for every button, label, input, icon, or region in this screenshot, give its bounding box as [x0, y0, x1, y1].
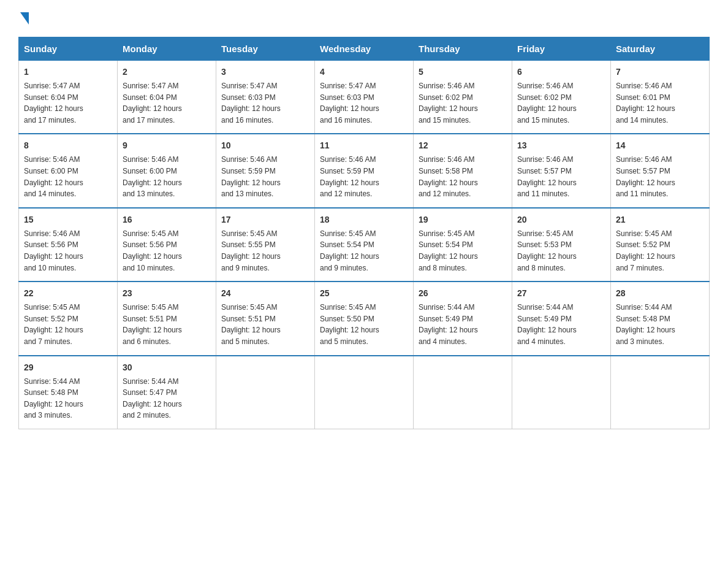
day-number: 28: [616, 287, 704, 300]
day-cell: 8Sunrise: 5:46 AMSunset: 6:00 PMDaylight…: [19, 134, 118, 207]
day-number: 22: [24, 287, 112, 300]
day-number: 5: [419, 66, 507, 79]
day-number: 26: [419, 287, 507, 300]
day-info: Sunrise: 5:45 AMSunset: 5:52 PMDaylight:…: [24, 302, 112, 347]
day-cell: 16Sunrise: 5:45 AMSunset: 5:56 PMDayligh…: [118, 208, 216, 282]
day-number: 3: [221, 66, 309, 79]
day-info: Sunrise: 5:44 AMSunset: 5:49 PMDaylight:…: [517, 302, 605, 347]
week-row-1: 1Sunrise: 5:47 AMSunset: 6:04 PMDaylight…: [19, 61, 710, 134]
week-row-3: 15Sunrise: 5:46 AMSunset: 5:56 PMDayligh…: [19, 208, 710, 282]
day-cell: [216, 356, 315, 429]
day-info: Sunrise: 5:45 AMSunset: 5:56 PMDaylight:…: [123, 228, 211, 274]
day-info: Sunrise: 5:47 AMSunset: 6:03 PMDaylight:…: [320, 80, 408, 126]
col-thursday: Thursday: [414, 37, 512, 61]
day-cell: 9Sunrise: 5:46 AMSunset: 6:00 PMDaylight…: [118, 134, 216, 207]
header-row: Sunday Monday Tuesday Wednesday Thursday…: [19, 37, 710, 61]
day-info: Sunrise: 5:47 AMSunset: 6:04 PMDaylight:…: [123, 80, 211, 126]
day-number: 13: [517, 139, 605, 152]
day-cell: 1Sunrise: 5:47 AMSunset: 6:04 PMDaylight…: [19, 61, 118, 134]
day-cell: [315, 356, 414, 429]
day-number: 21: [616, 213, 704, 226]
day-number: 8: [24, 139, 112, 152]
day-info: Sunrise: 5:46 AMSunset: 5:57 PMDaylight:…: [616, 154, 704, 199]
day-cell: [611, 356, 710, 429]
day-number: 24: [221, 287, 309, 300]
day-cell: 21Sunrise: 5:45 AMSunset: 5:52 PMDayligh…: [611, 208, 710, 282]
col-friday: Friday: [512, 37, 611, 61]
page-header: [18, 12, 710, 25]
col-tuesday: Tuesday: [216, 37, 315, 61]
week-row-2: 8Sunrise: 5:46 AMSunset: 6:00 PMDaylight…: [19, 134, 710, 207]
day-info: Sunrise: 5:44 AMSunset: 5:47 PMDaylight:…: [123, 376, 211, 421]
day-info: Sunrise: 5:47 AMSunset: 6:04 PMDaylight:…: [24, 80, 112, 126]
calendar-header: Sunday Monday Tuesday Wednesday Thursday…: [19, 37, 710, 61]
day-number: 18: [320, 213, 408, 226]
day-cell: 7Sunrise: 5:46 AMSunset: 6:01 PMDaylight…: [611, 61, 710, 134]
day-info: Sunrise: 5:46 AMSunset: 6:00 PMDaylight:…: [24, 154, 112, 199]
day-cell: 23Sunrise: 5:45 AMSunset: 5:51 PMDayligh…: [118, 282, 216, 355]
day-info: Sunrise: 5:45 AMSunset: 5:51 PMDaylight:…: [123, 302, 211, 347]
day-cell: 15Sunrise: 5:46 AMSunset: 5:56 PMDayligh…: [19, 208, 118, 282]
day-info: Sunrise: 5:45 AMSunset: 5:50 PMDaylight:…: [320, 302, 408, 347]
day-number: 7: [616, 66, 704, 79]
day-number: 19: [419, 213, 507, 226]
calendar-body: 1Sunrise: 5:47 AMSunset: 6:04 PMDaylight…: [19, 61, 710, 429]
day-cell: 13Sunrise: 5:46 AMSunset: 5:57 PMDayligh…: [512, 134, 611, 207]
col-saturday: Saturday: [611, 37, 710, 61]
day-info: Sunrise: 5:45 AMSunset: 5:54 PMDaylight:…: [419, 228, 507, 274]
day-number: 17: [221, 213, 309, 226]
day-number: 20: [517, 213, 605, 226]
day-number: 30: [123, 361, 211, 374]
week-row-4: 22Sunrise: 5:45 AMSunset: 5:52 PMDayligh…: [19, 282, 710, 355]
day-cell: 22Sunrise: 5:45 AMSunset: 5:52 PMDayligh…: [19, 282, 118, 355]
day-number: 16: [123, 213, 211, 226]
day-info: Sunrise: 5:46 AMSunset: 5:57 PMDaylight:…: [517, 154, 605, 199]
day-info: Sunrise: 5:46 AMSunset: 5:56 PMDaylight:…: [24, 228, 112, 274]
day-cell: [414, 356, 512, 429]
day-cell: 2Sunrise: 5:47 AMSunset: 6:04 PMDaylight…: [118, 61, 216, 134]
calendar-table: Sunday Monday Tuesday Wednesday Thursday…: [18, 37, 710, 429]
day-number: 2: [123, 66, 211, 79]
day-cell: 14Sunrise: 5:46 AMSunset: 5:57 PMDayligh…: [611, 134, 710, 207]
logo-arrow-icon: [20, 12, 29, 25]
day-cell: 24Sunrise: 5:45 AMSunset: 5:51 PMDayligh…: [216, 282, 315, 355]
day-number: 11: [320, 139, 408, 152]
day-number: 4: [320, 66, 408, 79]
day-info: Sunrise: 5:46 AMSunset: 5:59 PMDaylight:…: [221, 154, 309, 199]
day-number: 27: [517, 287, 605, 300]
day-number: 12: [419, 139, 507, 152]
day-cell: 18Sunrise: 5:45 AMSunset: 5:54 PMDayligh…: [315, 208, 414, 282]
day-number: 1: [24, 66, 112, 79]
day-info: Sunrise: 5:46 AMSunset: 6:01 PMDaylight:…: [616, 80, 704, 126]
day-cell: 17Sunrise: 5:45 AMSunset: 5:55 PMDayligh…: [216, 208, 315, 282]
day-cell: 4Sunrise: 5:47 AMSunset: 6:03 PMDaylight…: [315, 61, 414, 134]
day-info: Sunrise: 5:44 AMSunset: 5:49 PMDaylight:…: [419, 302, 507, 347]
day-number: 25: [320, 287, 408, 300]
day-cell: 30Sunrise: 5:44 AMSunset: 5:47 PMDayligh…: [118, 356, 216, 429]
day-number: 23: [123, 287, 211, 300]
day-info: Sunrise: 5:44 AMSunset: 5:48 PMDaylight:…: [24, 376, 112, 421]
day-cell: 19Sunrise: 5:45 AMSunset: 5:54 PMDayligh…: [414, 208, 512, 282]
day-cell: 11Sunrise: 5:46 AMSunset: 5:59 PMDayligh…: [315, 134, 414, 207]
day-cell: 29Sunrise: 5:44 AMSunset: 5:48 PMDayligh…: [19, 356, 118, 429]
day-number: 9: [123, 139, 211, 152]
col-sunday: Sunday: [19, 37, 118, 61]
day-info: Sunrise: 5:45 AMSunset: 5:54 PMDaylight:…: [320, 228, 408, 274]
col-wednesday: Wednesday: [315, 37, 414, 61]
day-info: Sunrise: 5:45 AMSunset: 5:52 PMDaylight:…: [616, 228, 704, 274]
day-cell: 10Sunrise: 5:46 AMSunset: 5:59 PMDayligh…: [216, 134, 315, 207]
day-number: 15: [24, 213, 112, 226]
day-info: Sunrise: 5:45 AMSunset: 5:51 PMDaylight:…: [221, 302, 309, 347]
col-monday: Monday: [118, 37, 216, 61]
day-cell: 3Sunrise: 5:47 AMSunset: 6:03 PMDaylight…: [216, 61, 315, 134]
day-info: Sunrise: 5:44 AMSunset: 5:48 PMDaylight:…: [616, 302, 704, 347]
day-cell: 12Sunrise: 5:46 AMSunset: 5:58 PMDayligh…: [414, 134, 512, 207]
day-info: Sunrise: 5:46 AMSunset: 6:02 PMDaylight:…: [517, 80, 605, 126]
day-cell: [512, 356, 611, 429]
day-info: Sunrise: 5:45 AMSunset: 5:53 PMDaylight:…: [517, 228, 605, 274]
day-number: 29: [24, 361, 112, 374]
day-cell: 26Sunrise: 5:44 AMSunset: 5:49 PMDayligh…: [414, 282, 512, 355]
day-info: Sunrise: 5:47 AMSunset: 6:03 PMDaylight:…: [221, 80, 309, 126]
day-info: Sunrise: 5:46 AMSunset: 6:02 PMDaylight:…: [419, 80, 507, 126]
week-row-5: 29Sunrise: 5:44 AMSunset: 5:48 PMDayligh…: [19, 356, 710, 429]
